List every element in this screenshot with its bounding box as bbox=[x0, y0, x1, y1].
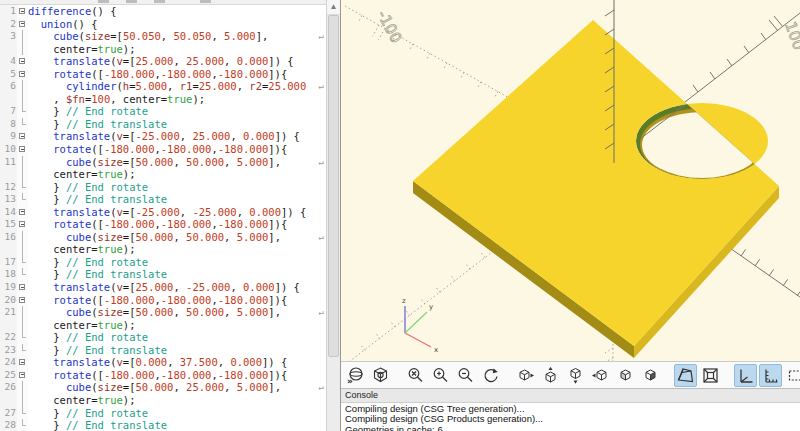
code-line[interactable]: 16 cube(size=[50.000, 50.000, 5.000],↵ bbox=[0, 231, 326, 244]
view-right-button[interactable] bbox=[514, 364, 537, 387]
scrollbar-up-arrow-icon[interactable]: ▲ bbox=[327, 0, 340, 15]
code-line[interactable]: 19 translate(v=[25.000, -25.000, 0.000])… bbox=[0, 281, 326, 294]
code-line[interactable]: 12 } // End rotate bbox=[0, 181, 326, 194]
code-line[interactable]: 26 cube(size=[50.000, 25.000, 5.000],↵ bbox=[0, 381, 326, 394]
code-line[interactable]: 3 cube(size=[50.050, 50.050, 5.000],↵ bbox=[0, 30, 326, 43]
fold-marker[interactable] bbox=[17, 294, 28, 307]
code-line[interactable]: 13 } // End translate bbox=[0, 193, 326, 206]
orthogonal-button[interactable] bbox=[699, 364, 722, 387]
code-line[interactable]: center=true); bbox=[0, 319, 326, 332]
code-line[interactable]: 28 } // End translate bbox=[0, 419, 326, 431]
fold-marker[interactable] bbox=[17, 55, 28, 68]
fold-marker[interactable] bbox=[17, 18, 28, 31]
show-scale-markers-button[interactable] bbox=[759, 364, 782, 387]
code-editor-pane[interactable]: 1difference() {2 union() {3 cube(size=[5… bbox=[0, 0, 341, 431]
console-panel: Console Compiling design (CSG Tree gener… bbox=[341, 389, 800, 431]
fold-marker[interactable] bbox=[17, 68, 28, 81]
code-line[interactable]: 11 cube(size=[50.000, 50.000, 5.000],↵ bbox=[0, 156, 326, 169]
line-number bbox=[0, 168, 17, 181]
line-number: 27 bbox=[0, 407, 17, 420]
code-line[interactable]: 4 translate(v=[25.000, 25.000, 0.000]) { bbox=[0, 55, 326, 68]
code-line[interactable]: 1difference() { bbox=[0, 5, 326, 18]
fold-marker[interactable] bbox=[17, 143, 28, 156]
fold-marker[interactable] bbox=[17, 281, 28, 294]
code-text: difference() { bbox=[28, 5, 326, 18]
fold-marker[interactable] bbox=[17, 5, 28, 18]
fold-guide bbox=[17, 419, 28, 431]
code-text-area[interactable]: 1difference() {2 union() {3 cube(size=[5… bbox=[0, 5, 326, 431]
fold-guide bbox=[17, 256, 28, 269]
code-line[interactable]: 6 cylinder(h=5.000, r1=25.000, r2=25.000… bbox=[0, 80, 326, 93]
code-line[interactable]: 23 } // End translate bbox=[0, 344, 326, 357]
view-left-button[interactable] bbox=[589, 364, 612, 387]
line-number: 18 bbox=[0, 268, 17, 281]
code-line[interactable]: 15 rotate([-180.000,-180.000,-180.000]){ bbox=[0, 218, 326, 231]
code-line[interactable]: 25 rotate([-180.000,-180.000,-180.000]){ bbox=[0, 369, 326, 382]
code-text: rotate([-180.000,-180.000,-180.000]){ bbox=[28, 68, 326, 81]
fold-guide bbox=[17, 193, 28, 206]
line-wrap-icon: ↵ bbox=[319, 156, 324, 169]
line-number bbox=[0, 319, 17, 332]
line-number: 28 bbox=[0, 419, 17, 431]
view-front-button[interactable] bbox=[614, 364, 637, 387]
code-line[interactable]: center=true); bbox=[0, 243, 326, 256]
zoom-all-icon bbox=[406, 366, 425, 385]
zoom-all-button[interactable] bbox=[404, 364, 427, 387]
code-line[interactable]: center=true); bbox=[0, 168, 326, 181]
code-line[interactable]: 14 translate(v=[-25.000, -25.000, 0.000]… bbox=[0, 206, 326, 219]
code-line[interactable]: center=true); bbox=[0, 394, 326, 407]
zoom-in-button[interactable] bbox=[429, 364, 452, 387]
code-line[interactable]: 17 } // End rotate bbox=[0, 256, 326, 269]
3d-viewport[interactable]: -100 bbox=[341, 0, 800, 361]
editor-scrollbar[interactable]: ▲ bbox=[326, 0, 340, 431]
zoom-out-button[interactable] bbox=[454, 364, 477, 387]
fold-marker[interactable] bbox=[17, 218, 28, 231]
code-text: } // End translate bbox=[28, 193, 326, 206]
show-edges-button[interactable] bbox=[784, 364, 800, 387]
fold-marker[interactable] bbox=[17, 356, 28, 369]
code-line[interactable]: 21 cube(size=[50.000, 50.000, 5.000],↵ bbox=[0, 306, 326, 319]
view-bottom-button[interactable] bbox=[564, 364, 587, 387]
reset-view-button[interactable] bbox=[479, 364, 502, 387]
fold-marker[interactable] bbox=[17, 130, 28, 143]
fold-marker[interactable] bbox=[17, 369, 28, 382]
code-text: rotate([-180.000,-180.000,-180.000]){ bbox=[28, 143, 326, 156]
render-button[interactable] bbox=[369, 364, 392, 387]
view-top-button[interactable] bbox=[539, 364, 562, 387]
code-line[interactable]: center=true); bbox=[0, 43, 326, 56]
line-wrap-icon: ↵ bbox=[319, 30, 324, 43]
fold-guide bbox=[17, 268, 28, 281]
code-line[interactable]: 24 translate(v=[0.000, 37.500, 0.000]) { bbox=[0, 356, 326, 369]
scrollbar-thumb[interactable] bbox=[328, 15, 339, 357]
code-line[interactable]: 8 } // End translate bbox=[0, 118, 326, 131]
zoom-in-icon bbox=[431, 366, 450, 385]
code-line[interactable]: 27 } // End rotate bbox=[0, 407, 326, 420]
line-number: 17 bbox=[0, 256, 17, 269]
preview-button[interactable]: » bbox=[344, 364, 367, 387]
line-number: 25 bbox=[0, 369, 17, 382]
line-wrap-icon: ↵ bbox=[319, 306, 324, 319]
view-back-button[interactable] bbox=[639, 364, 662, 387]
line-number: 14 bbox=[0, 206, 17, 219]
perspective-button[interactable] bbox=[674, 364, 697, 387]
code-line[interactable]: 10 rotate([-180.000,-180.000,-180.000]){ bbox=[0, 143, 326, 156]
code-text: center=true); bbox=[28, 394, 326, 407]
code-line[interactable]: 2 union() { bbox=[0, 18, 326, 31]
code-text: center=true); bbox=[28, 168, 326, 181]
console-header[interactable]: Console bbox=[341, 389, 800, 403]
code-line[interactable]: 22 } // End rotate bbox=[0, 331, 326, 344]
fold-guide bbox=[17, 30, 28, 43]
code-line[interactable]: , $fn=100, center=true); bbox=[0, 93, 326, 106]
code-line[interactable]: 20 rotate([-180.000,-180.000,-180.000]){ bbox=[0, 294, 326, 307]
fold-marker[interactable] bbox=[17, 206, 28, 219]
code-line[interactable]: 9 translate(v=[-25.000, 25.000, 0.000]) … bbox=[0, 130, 326, 143]
code-line[interactable]: 18 } // End translate bbox=[0, 268, 326, 281]
line-number bbox=[0, 394, 17, 407]
show-axes-button[interactable] bbox=[734, 364, 757, 387]
code-line[interactable]: 7 } // End rotate bbox=[0, 105, 326, 118]
code-text: rotate([-180.000,-180.000,-180.000]){ bbox=[28, 369, 326, 382]
line-number: 6 bbox=[0, 80, 17, 93]
code-text: cube(size=[50.000, 25.000, 5.000], bbox=[28, 381, 326, 394]
reset-view-icon bbox=[481, 366, 500, 385]
code-line[interactable]: 5 rotate([-180.000,-180.000,-180.000]){ bbox=[0, 68, 326, 81]
